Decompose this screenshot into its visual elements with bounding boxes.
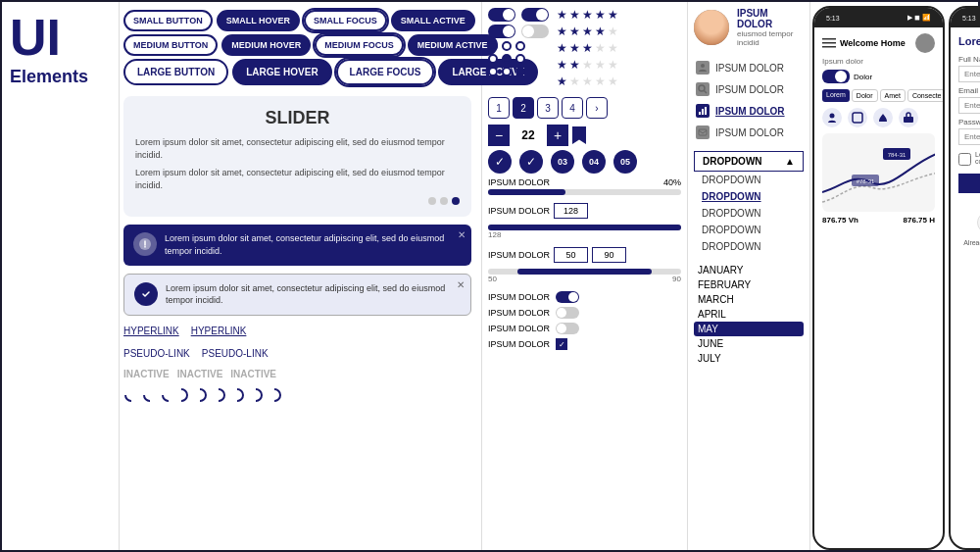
tab-inactive-3[interactable]: INACTIVE (230, 369, 276, 379)
check-circle-1[interactable]: ✓ (488, 150, 512, 174)
progress-input-3b[interactable] (592, 247, 626, 263)
dropdown-item-1[interactable]: DROPDOWN (694, 172, 804, 188)
toggle-3[interactable] (488, 25, 515, 38)
medium-button[interactable]: MEDIUM BUTTON (123, 34, 218, 56)
tab-inactive-1[interactable]: INACTIVE (123, 369, 170, 379)
phone-1-icon-4[interactable] (899, 108, 918, 127)
page-3[interactable]: 3 (537, 97, 559, 119)
dot-1[interactable] (428, 197, 436, 205)
page-4[interactable]: 4 (562, 97, 583, 119)
nav-item-mail[interactable]: IPSUM DOLOR (694, 122, 804, 143)
dropdown-item-4[interactable]: DROPDOWN (694, 222, 804, 238)
month-march[interactable]: MARCH (694, 292, 804, 307)
radio-3[interactable] (515, 41, 525, 51)
progress-input-2[interactable] (554, 203, 588, 219)
toggle-1[interactable] (488, 8, 515, 22)
small-focus-button[interactable]: SMALL FOCUS (304, 10, 387, 31)
slider-section: SLIDER Lorem ipsum dolor sit amet, conse… (123, 96, 471, 217)
radio-2[interactable] (502, 41, 512, 51)
phone-2-signin-button[interactable]: Sign in (958, 174, 980, 193)
phone-2-fullname-input[interactable] (958, 66, 980, 82)
counter-minus[interactable]: − (488, 125, 510, 146)
dot-3-active[interactable] (452, 197, 460, 205)
counter-row: − 22 + (488, 125, 681, 146)
radio-9[interactable] (515, 67, 525, 76)
dropdown-item-2-active[interactable]: DROPDOWN (694, 188, 804, 205)
month-july[interactable]: JULY (694, 351, 804, 366)
phone-1-icon-1[interactable] (822, 108, 842, 127)
phone-1-icon-2[interactable] (848, 108, 867, 127)
star: ★ (595, 8, 606, 22)
page-next[interactable]: › (586, 97, 608, 119)
medium-focus-button[interactable]: MEDIUM FOCUS (315, 34, 404, 56)
phone-1-icon-3[interactable] (873, 108, 893, 127)
month-january[interactable]: JANUARY (694, 263, 804, 277)
phone-1-toggle[interactable] (822, 70, 850, 83)
svg-line-4 (705, 91, 708, 94)
arc-8 (254, 387, 270, 403)
check-circle-2[interactable]: ✓ (519, 150, 543, 174)
large-button[interactable]: LARGE BUTTON (123, 59, 228, 85)
medium-hover-button[interactable]: MEDIUM HOVER (221, 34, 311, 56)
radio-1[interactable] (488, 41, 498, 51)
hyperlink-1[interactable]: HYPERLINK (123, 326, 179, 336)
dropdown-header[interactable]: DROPDOWN ▲ (694, 151, 804, 172)
month-february[interactable]: FEBRUARY (694, 277, 804, 292)
phone-2-fullname-label: Full Name (958, 55, 980, 64)
toggle-switch-1[interactable] (556, 291, 579, 303)
large-focus-button[interactable]: LARGE FOCUS (336, 59, 435, 85)
tab-inactive-2[interactable]: INACTIVE (177, 369, 223, 379)
radio-4[interactable] (488, 54, 498, 64)
radio-8[interactable] (502, 67, 512, 76)
tab-lorem[interactable]: Lorem (822, 89, 850, 102)
large-hover-button[interactable]: LARGE HOVER (232, 59, 331, 85)
nav-item-person[interactable]: IPSUM DOLOR (694, 57, 804, 78)
small-hover-button[interactable]: SMALL HOVER (217, 10, 300, 31)
phone-1-content: Welcome Home Ipsum dolor Dolor Lorem Dol… (814, 27, 943, 230)
checkbox-1[interactable]: ✓ (556, 338, 567, 350)
tab-dolor[interactable]: Dolor (852, 89, 878, 102)
page-1[interactable]: 1 (488, 97, 510, 119)
tab-consecte[interactable]: Consecte (907, 89, 945, 102)
small-button[interactable]: SMALL BUTTON (123, 10, 213, 31)
radio-5[interactable] (502, 54, 512, 64)
stars-row-5: ★ ★ ★ ★ ★ (557, 8, 618, 22)
arc-4 (179, 387, 195, 403)
dropdown-item-5[interactable]: DROPDOWN (694, 238, 804, 255)
alert-light-close[interactable]: ✕ (457, 278, 465, 292)
small-buttons-row: SMALL BUTTON SMALL HOVER SMALL FOCUS SMA… (123, 10, 477, 31)
small-active-button[interactable]: SMALL ACTIVE (391, 10, 475, 31)
phone-1-val1: 876.75 Vh (822, 216, 858, 225)
radio-6[interactable] (515, 54, 525, 64)
phone-2-email-input[interactable] (958, 97, 980, 114)
nav-item-search[interactable]: IPSUM DOLOR (694, 78, 804, 100)
bookmark-icon[interactable] (572, 126, 586, 144)
toggle-2[interactable] (521, 8, 549, 22)
toggle-switch-3[interactable] (556, 323, 579, 334)
toggle-input-label-1: IPSUM DOLOR (488, 292, 550, 302)
pseudo-link-2[interactable]: PSEUDO-LINK (202, 348, 269, 359)
dropdown-section: DROPDOWN ▲ DROPDOWN DROPDOWN DROPDOWN DR… (694, 151, 804, 255)
phone-2-checkbox[interactable] (958, 153, 971, 166)
hyperlink-2[interactable]: HYPERLINK (191, 326, 247, 336)
page-2-active[interactable]: 2 (513, 97, 534, 119)
toggle-switch-2[interactable] (556, 307, 579, 319)
social-btn-google[interactable] (977, 212, 981, 233)
tab-amet[interactable]: Amet (880, 89, 906, 102)
progress-input-3a[interactable] (554, 247, 588, 263)
toggle-4[interactable] (521, 25, 549, 38)
month-may-active[interactable]: MAY (694, 322, 804, 336)
dropdown-item-3[interactable]: DROPDOWN (694, 205, 804, 222)
alert-dark-close[interactable]: ✕ (458, 228, 466, 242)
nav-item-chart[interactable]: IPSUM DOLOR (694, 100, 804, 122)
month-april[interactable]: APRIL (694, 307, 804, 322)
pseudo-link-1[interactable]: PSEUDO-LINK (123, 348, 190, 359)
hamburger-icon[interactable] (822, 38, 836, 48)
phone-2-password-input[interactable] (958, 128, 980, 145)
phone-1-avatar (915, 33, 935, 53)
dot-2[interactable] (440, 197, 448, 205)
month-june[interactable]: JUNE (694, 336, 804, 351)
counter-plus[interactable]: + (547, 125, 568, 146)
radio-7[interactable] (488, 67, 498, 76)
progress-label-3: IPSUM DOLOR (488, 250, 550, 260)
